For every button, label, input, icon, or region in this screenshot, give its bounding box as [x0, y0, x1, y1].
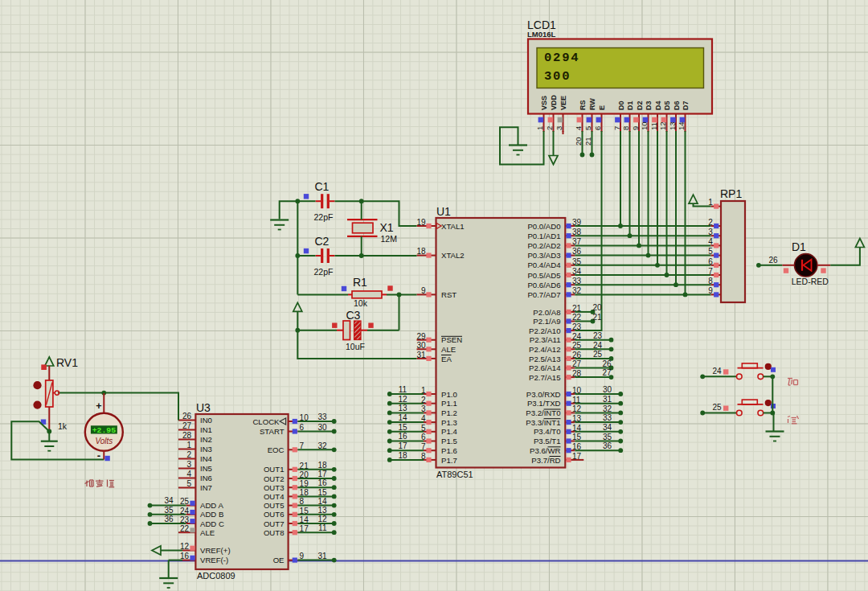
svg-text:15: 15: [398, 423, 407, 432]
svg-text:3: 3: [421, 404, 426, 413]
svg-text:P3.2/INT0: P3.2/INT0: [526, 408, 560, 417]
svg-text:C1: C1: [315, 180, 330, 193]
svg-text:34: 34: [603, 423, 612, 432]
svg-text:OUT2: OUT2: [264, 474, 285, 483]
svg-text:IN1: IN1: [200, 425, 212, 434]
svg-text:P2.1/A9: P2.1/A9: [533, 317, 560, 326]
svg-text:4: 4: [186, 470, 191, 478]
svg-text:12: 12: [317, 515, 327, 523]
svg-text:EOC: EOC: [268, 445, 285, 454]
svg-text:9: 9: [631, 126, 640, 130]
svg-text:17: 17: [572, 452, 582, 461]
svg-text:3: 3: [555, 126, 563, 130]
svg-text:ADC0809: ADC0809: [197, 571, 235, 581]
svg-text:D6: D6: [673, 101, 681, 110]
svg-text:D3: D3: [645, 101, 653, 110]
svg-text:P3.5/T1: P3.5/T1: [534, 437, 561, 445]
svg-text:+2.95: +2.95: [92, 426, 117, 435]
svg-text:7: 7: [421, 442, 426, 451]
svg-text:1: 1: [535, 126, 544, 130]
svg-text:2: 2: [186, 450, 191, 459]
svg-text:26: 26: [182, 412, 192, 421]
svg-text:P1.5: P1.5: [441, 437, 457, 445]
svg-text:PSEN: PSEN: [441, 335, 462, 344]
svg-text:5: 5: [186, 479, 191, 488]
svg-text:P1.0: P1.0: [441, 390, 457, 399]
svg-text:6: 6: [421, 433, 426, 441]
svg-text:X1: X1: [380, 221, 394, 234]
svg-text:P2.0/A8: P2.0/A8: [533, 308, 560, 317]
svg-text:D5: D5: [663, 101, 671, 110]
svg-text:XTAL1: XTAL1: [441, 222, 465, 231]
svg-text:P0.1/AD1: P0.1/AD1: [527, 232, 560, 240]
svg-text:2: 2: [545, 126, 554, 130]
svg-text:25: 25: [712, 403, 722, 412]
svg-text:D7: D7: [682, 101, 690, 110]
svg-text:START: START: [260, 427, 285, 436]
svg-text:36: 36: [603, 441, 612, 450]
svg-text:OUT6: OUT6: [264, 510, 285, 519]
svg-text:11: 11: [399, 385, 407, 394]
svg-text:P1.7: P1.7: [441, 456, 457, 465]
svg-text:ALE: ALE: [441, 345, 456, 354]
svg-text:OUT1: OUT1: [264, 465, 285, 474]
svg-text:6: 6: [708, 257, 713, 266]
svg-text:U1: U1: [436, 205, 451, 218]
svg-text:P3.4/T0: P3.4/T0: [534, 427, 561, 436]
svg-text:2: 2: [421, 396, 426, 404]
svg-text:14: 14: [317, 497, 327, 506]
svg-text:3: 3: [708, 228, 713, 236]
svg-text:ADD A: ADD A: [200, 501, 223, 510]
svg-text:26: 26: [768, 256, 778, 265]
svg-text:12: 12: [398, 395, 407, 404]
svg-text:ALE: ALE: [200, 528, 215, 537]
svg-text:R1: R1: [353, 276, 367, 289]
svg-text:23: 23: [593, 331, 603, 340]
svg-text:P2.3/A11: P2.3/A11: [530, 335, 561, 344]
svg-text:D1: D1: [626, 101, 634, 110]
svg-text:10uF: 10uF: [346, 342, 365, 351]
svg-text:8: 8: [621, 126, 630, 130]
svg-text:D0: D0: [617, 101, 625, 110]
svg-text:16: 16: [180, 552, 190, 560]
svg-text:23: 23: [180, 515, 190, 524]
svg-text:27: 27: [182, 421, 192, 430]
svg-text:VREF(-): VREF(-): [200, 556, 228, 564]
svg-text:10: 10: [640, 121, 649, 130]
svg-text:XTAL2: XTAL2: [441, 251, 465, 260]
svg-text:10k: 10k: [354, 298, 368, 308]
svg-text:D1: D1: [792, 240, 806, 253]
svg-text:16: 16: [398, 432, 407, 441]
svg-text:35: 35: [164, 506, 174, 515]
svg-text:12: 12: [180, 542, 190, 551]
svg-text:P3.3/INT1: P3.3/INT1: [526, 418, 560, 427]
svg-text:P0.5/AD5: P0.5/AD5: [527, 271, 560, 280]
svg-text:P2.2/A10: P2.2/A10: [529, 326, 560, 335]
svg-text:P0.6/AD6: P0.6/AD6: [527, 281, 560, 289]
svg-text:5: 5: [708, 247, 713, 256]
svg-text:D4: D4: [654, 101, 662, 110]
svg-text:13: 13: [398, 404, 407, 412]
svg-text:34: 34: [164, 496, 174, 505]
svg-text:7: 7: [612, 126, 621, 130]
svg-text:Volts: Volts: [95, 437, 113, 445]
svg-text:IN3: IN3: [200, 445, 212, 454]
svg-text:1: 1: [186, 441, 191, 449]
svg-text:20: 20: [592, 303, 602, 312]
svg-text:1k: 1k: [58, 421, 68, 431]
svg-text:P2.6/A14: P2.6/A14: [529, 363, 561, 372]
svg-text:P0.2/AD2: P0.2/AD2: [527, 241, 560, 250]
svg-text:11: 11: [649, 122, 658, 130]
svg-text:P2.5/A13: P2.5/A13: [529, 355, 560, 363]
svg-text:8: 8: [421, 452, 426, 461]
svg-text:IN5: IN5: [200, 464, 212, 473]
svg-text:6: 6: [593, 126, 602, 130]
svg-text:7: 7: [708, 267, 713, 276]
svg-text:RP1: RP1: [720, 187, 742, 200]
svg-text:300: 300: [544, 69, 571, 84]
svg-text:24: 24: [180, 507, 190, 515]
svg-text:U3: U3: [196, 401, 211, 414]
svg-text:VREF(+): VREF(+): [200, 546, 231, 555]
svg-text:C2: C2: [315, 235, 330, 248]
svg-text:13: 13: [317, 506, 327, 515]
